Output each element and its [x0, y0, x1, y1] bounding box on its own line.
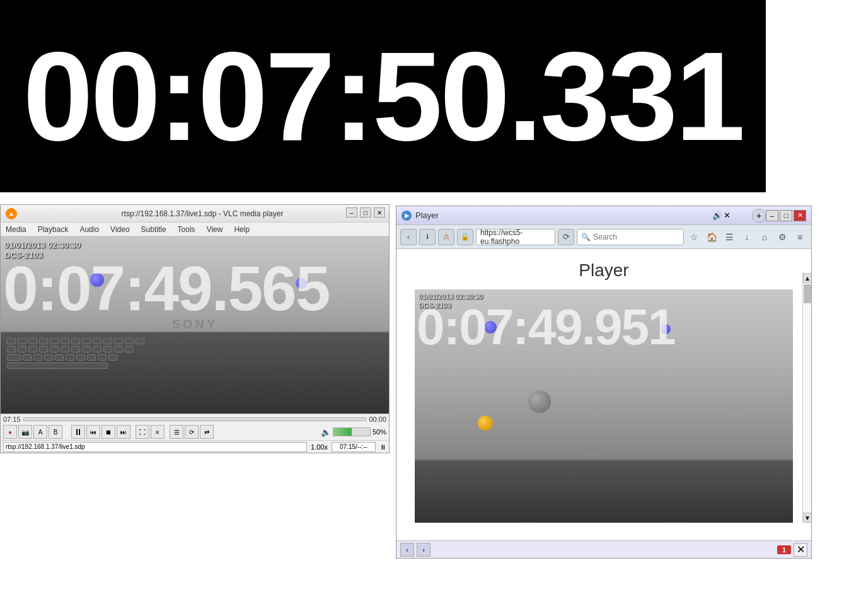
vlc-kbd-key [55, 354, 64, 361]
vlc-volume-pct: 50% [373, 428, 386, 436]
browser-bottom-close-button[interactable]: ✕ [794, 543, 807, 557]
vlc-kbd-key [98, 354, 107, 361]
browser-video-timer-overlay: 0:07:49.951 [417, 302, 674, 352]
browser-window: ▶ Player 🔊 ✕ + – □ ✕ ‹ ℹ ⚠ 🔒 https://wcs… [396, 206, 812, 559]
browser-refresh-button[interactable]: ⟳ [558, 229, 574, 245]
vlc-fullscreen-button[interactable]: ⛶ [136, 425, 149, 439]
browser-back-button[interactable]: ‹ [400, 229, 417, 245]
browser-bookmark-icon[interactable]: ☆ [686, 230, 702, 245]
vlc-menu-view[interactable]: View [204, 224, 226, 235]
vlc-kbd-key [93, 338, 101, 344]
browser-scrollbar[interactable]: ▲ ▼ [802, 273, 811, 523]
vlc-window-title: rtsp://192.168.1.37/live1.sdp - VLC medi… [21, 209, 384, 218]
notification-badge: 1 [777, 545, 791, 554]
vlc-kbd-key [18, 346, 26, 352]
vlc-loop-b-button[interactable]: B [49, 425, 62, 439]
vlc-kbd-key [61, 346, 69, 352]
search-input[interactable] [593, 233, 679, 241]
vlc-volume-area: 🔈 50% [321, 427, 386, 437]
vlc-shuffle-button[interactable]: ⇄ [200, 425, 214, 439]
browser-menu-icon[interactable]: ≡ [792, 230, 807, 245]
vlc-date-overlay: 01/01/2013 02:30:30 [4, 240, 81, 250]
vlc-kbd-key [103, 346, 112, 352]
vlc-kbd-key [50, 346, 59, 352]
browser-download-icon[interactable]: ↓ [739, 230, 754, 245]
browser-bottom-bar: ‹ › 1 ✕ [396, 540, 811, 558]
vlc-menu-tools[interactable]: Tools [175, 224, 198, 235]
vlc-kbd-key [7, 346, 16, 352]
vlc-maximize-button[interactable]: □ [360, 207, 371, 218]
browser-window-controls: – □ ✕ [766, 210, 806, 221]
vlc-window: ▲ rtsp://192.168.1.37/live1.sdp - VLC me… [0, 204, 390, 453]
vlc-mediabrowser-button[interactable]: ⟳ [185, 425, 199, 439]
big-timer-display: 00:07:50.331 [23, 24, 743, 169]
vlc-stop-button[interactable]: ⏮ [86, 425, 100, 439]
browser-titlebar-x-icon[interactable]: ✕ [724, 211, 731, 220]
browser-new-tab-button[interactable]: + [752, 209, 766, 223]
vlc-snapshot-button[interactable]: 📷 [18, 425, 32, 439]
scroll-track [803, 283, 811, 513]
vlc-volume-bar[interactable] [333, 427, 371, 436]
browser-favicon-letter: ▶ [405, 212, 409, 219]
vlc-kbd-key [76, 354, 85, 361]
browser-home-icon[interactable]: ⌂ [757, 230, 772, 245]
vlc-menu-video[interactable]: Video [108, 224, 132, 235]
vlc-kbd-key [103, 338, 112, 344]
vlc-kbd-key [136, 338, 144, 344]
vlc-record-button[interactable]: ● [3, 425, 17, 439]
vlc-kbd-key [61, 338, 69, 344]
vlc-kbd-key [7, 363, 108, 369]
vlc-prev-button[interactable]: ⏹ [101, 425, 115, 439]
vlc-extended-button[interactable]: ≡ [151, 425, 165, 439]
vlc-time-field[interactable] [332, 442, 376, 452]
big-timer-background: 00:07:50.331 [0, 0, 766, 192]
vlc-kbd-key [39, 338, 48, 344]
vlc-close-button[interactable]: ✕ [374, 207, 385, 218]
vlc-kbd-key [125, 346, 134, 352]
vlc-kbd-key [125, 338, 134, 344]
vlc-menu-help[interactable]: Help [231, 224, 252, 235]
browser-minimize-button[interactable]: – [766, 210, 778, 221]
vlc-kbd-key [18, 338, 26, 344]
browser-search-bar[interactable]: 🔍 [577, 229, 684, 245]
browser-keyboard-area [415, 460, 793, 523]
vlc-volume-icon: 🔈 [321, 427, 331, 437]
vlc-kbd-key [71, 338, 80, 344]
vlc-play-pause-button[interactable]: ⏸ [71, 425, 85, 439]
vlc-minimize-button[interactable]: – [346, 207, 357, 218]
browser-bottom-back-button[interactable]: ‹ [400, 543, 414, 557]
vlc-kbd-key [82, 338, 91, 344]
vlc-video-area: SONY 01/01/2013 02:30:30 DCS-2103 0:07:4… [1, 236, 389, 414]
vlc-kbd-key [23, 354, 32, 361]
vlc-menubar: Media Playback Audio Video Subtitle Tool… [1, 223, 389, 236]
vlc-kbd-row-1 [7, 338, 383, 344]
browser-close-button[interactable]: ✕ [794, 210, 806, 221]
vlc-menu-playback[interactable]: Playback [35, 224, 71, 235]
vlc-kbd-key [114, 338, 123, 344]
vlc-kbd-key [39, 346, 48, 352]
browser-maximize-button[interactable]: □ [780, 210, 792, 221]
browser-ball-yellow [478, 416, 493, 431]
vlc-menu-subtitle[interactable]: Subtitle [139, 224, 169, 235]
browser-info-button[interactable]: ℹ [419, 229, 436, 245]
vlc-kbd-row-2 [7, 346, 383, 352]
vlc-playlist-button[interactable]: ☰ [170, 425, 183, 439]
vlc-loop-a-button[interactable]: A [33, 425, 47, 439]
browser-settings-icon[interactable]: ⚙ [775, 230, 790, 245]
vlc-seek-row: 07:15 00:00 [3, 416, 386, 423]
search-icon: 🔍 [581, 233, 591, 241]
browser-readinglist-icon[interactable]: ☰ [722, 230, 737, 245]
vlc-menu-audio[interactable]: Audio [77, 224, 101, 235]
browser-reload-icon[interactable]: 🏠 [704, 230, 719, 245]
scroll-handle[interactable] [804, 284, 811, 303]
scroll-down-button[interactable]: ▼ [803, 513, 811, 523]
scroll-up-button[interactable]: ▲ [803, 273, 811, 283]
browser-bottom-forward-button[interactable]: › [417, 543, 430, 557]
vlc-next-button[interactable]: ⏭ [117, 425, 130, 439]
browser-favicon-icon: ▶ [402, 211, 412, 221]
vlc-url-field[interactable] [3, 442, 307, 452]
browser-video-frame: SONY 01/01/2013 02:30:30 DCS-2103 0:07:4… [415, 289, 793, 523]
vlc-menu-media[interactable]: Media [3, 224, 29, 235]
browser-url-bar[interactable]: https://wcs5-eu.flashpho [476, 229, 555, 245]
vlc-seek-bar[interactable] [23, 417, 367, 421]
